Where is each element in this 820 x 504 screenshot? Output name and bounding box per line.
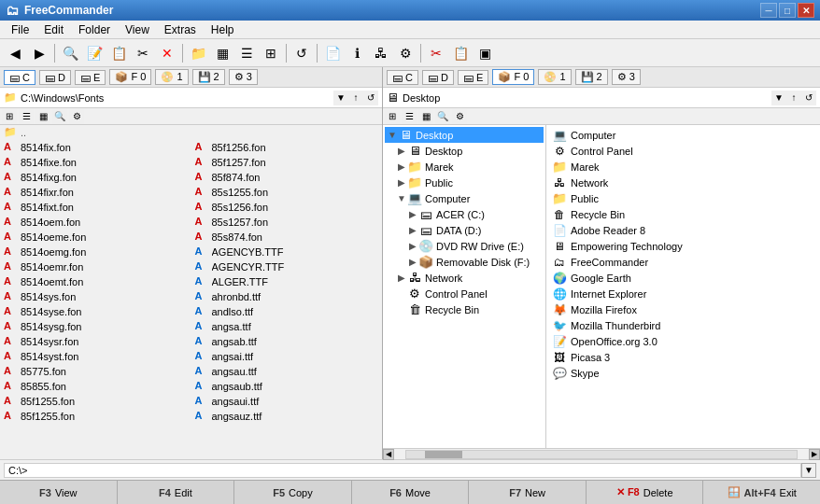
view2-button[interactable]: ☰ (235, 42, 258, 64)
right-path-input[interactable] (403, 92, 771, 104)
f4-button[interactable]: F4 Edit (118, 481, 235, 505)
list-item[interactable]: A 85s1255.fon (191, 185, 383, 200)
right-tb5[interactable]: ⚙ (452, 109, 467, 124)
left-drive-c[interactable]: 🖴 C (4, 70, 35, 85)
delete-button[interactable]: ✕ (156, 42, 178, 64)
back-button[interactable]: ◀ (4, 42, 26, 64)
right-list-item-thunderbird[interactable]: 🐦 Mozilla Thunderbird (548, 317, 818, 333)
left-drive-1[interactable]: 📀 1 (155, 69, 188, 85)
list-item[interactable]: A 8514fixr.fon (0, 185, 191, 200)
right-path-btn3[interactable]: ↺ (801, 91, 816, 105)
right-list-item-marek[interactable]: 📁 Marek (548, 159, 818, 175)
right-list-item-picasa[interactable]: 🖼 Picasa 3 (548, 349, 818, 365)
right-files[interactable]: 💻 Computer ⚙ Control Panel 📁 Marek 🖧 Net… (546, 125, 820, 448)
list-item[interactable]: A 8514oemr.fon (0, 259, 191, 274)
list-item[interactable]: A 8514sysg.fon (0, 319, 191, 334)
menu-edit[interactable]: Edit (36, 21, 71, 38)
right-list-item-empowering[interactable]: 🖥 Empowering Technology (548, 238, 818, 254)
right-list-item-public[interactable]: 📁 Public (548, 190, 818, 206)
right-drive-c[interactable]: 🖴 C (387, 70, 418, 85)
left-path-btn1[interactable]: ▼ (333, 91, 348, 105)
tree-item-acer[interactable]: ▶ 🖴 ACER (C:) (385, 206, 544, 222)
left-tb1[interactable]: ⊞ (2, 109, 17, 124)
menu-folder[interactable]: Folder (71, 21, 118, 38)
tree-item-data[interactable]: ▶ 🖴 DATA (D:) (385, 222, 544, 238)
list-item[interactable]: A 8514syst.fon (0, 349, 191, 364)
list-item[interactable]: A 85s1256.fon (191, 200, 383, 215)
list-item[interactable]: A 8514fixt.fon (0, 200, 191, 215)
list-item[interactable]: A angsauz.ttf (191, 409, 383, 424)
tree-item-network[interactable]: ▶ 🖧 Network (385, 270, 544, 286)
close-button[interactable]: ✕ (798, 3, 814, 18)
right-list-item-network[interactable]: 🖧 Network (548, 175, 818, 190)
list-item[interactable]: A 8514syse.fon (0, 304, 191, 319)
f6-button[interactable]: F6 Move (352, 481, 470, 505)
tree-item-desktop2[interactable]: ▶ 🖥 Desktop (385, 143, 544, 159)
left-tb5[interactable]: ⚙ (69, 109, 84, 124)
cut-button[interactable]: ✂ (425, 42, 447, 64)
right-list-item-googleearth[interactable]: 🌍 Google Earth (548, 270, 818, 286)
left-drive-2[interactable]: 💾 2 (192, 69, 225, 85)
edit-button[interactable]: 📝 (83, 42, 106, 64)
list-item[interactable]: A 8514fix.fon (0, 140, 191, 155)
list-item[interactable]: A 8514sys.fon (0, 289, 191, 304)
menu-help[interactable]: Help (204, 21, 242, 38)
tree-item-recycle[interactable]: 🗑 Recycle Bin (385, 301, 544, 317)
view1-button[interactable]: ▦ (211, 42, 233, 64)
list-item[interactable]: A angsaub.ttf (191, 379, 383, 394)
right-list-item-oo[interactable]: 📝 OpenOffice.org 3.0 (548, 333, 818, 349)
left-path-btn3[interactable]: ↺ (363, 91, 378, 105)
left-up-item[interactable]: 📁 .. (0, 125, 382, 140)
hscroll-left[interactable]: ◀ (383, 449, 394, 460)
forward-button[interactable]: ▶ (28, 42, 50, 64)
left-drive-d[interactable]: 🖴 D (39, 70, 71, 85)
left-drive-3[interactable]: ⚙ 3 (229, 69, 258, 85)
list-item[interactable]: A AGENCYR.TTF (191, 259, 383, 274)
f5-button[interactable]: F5 Copy (234, 481, 352, 505)
list-item[interactable]: A angsai.ttf (191, 349, 383, 364)
list-item[interactable]: A angsab.ttf (191, 334, 383, 349)
tree-item-desktop[interactable]: ▼ 🖥 Desktop (385, 127, 544, 143)
right-path-btn2[interactable]: ↑ (786, 91, 801, 105)
menu-file[interactable]: File (4, 21, 36, 38)
copy2-button[interactable]: 📄 (321, 42, 344, 64)
view3-button[interactable]: ⊞ (260, 42, 282, 64)
right-drive-d[interactable]: 🖴 D (422, 70, 454, 85)
list-item[interactable]: A 85s874.fon (191, 230, 383, 245)
right-list-item-computer[interactable]: 💻 Computer (548, 127, 818, 143)
right-list-item-firefox[interactable]: 🦊 Mozilla Firefox (548, 301, 818, 317)
right-list-item-recycle[interactable]: 🗑 Recycle Bin (548, 206, 818, 222)
search-button[interactable]: 🔍 (59, 42, 81, 64)
left-path-input[interactable] (21, 92, 333, 104)
left-path-btn2[interactable]: ↑ (348, 91, 363, 105)
settings-button[interactable]: ⚙ (394, 42, 417, 64)
refresh-button[interactable]: ↺ (290, 42, 313, 64)
paste-button[interactable]: 📋 (449, 42, 472, 64)
right-tb3[interactable]: ▦ (418, 109, 433, 124)
tree-item-removable[interactable]: ▶ 📦 Removable Disk (F:) (385, 254, 544, 270)
list-item[interactable]: A 8514sysr.fon (0, 334, 191, 349)
left-tb3[interactable]: ▦ (35, 109, 50, 124)
list-item[interactable]: A 85f1255.fon (0, 409, 191, 424)
right-drive-3[interactable]: ⚙ 3 (612, 69, 641, 85)
right-list-item-skype[interactable]: 💬 Skype (548, 365, 818, 381)
right-drive-2[interactable]: 💾 2 (575, 69, 608, 85)
f7-button[interactable]: F7 New (469, 481, 587, 505)
list-item[interactable]: A 8514oeme.fon (0, 230, 191, 245)
list-item[interactable]: A andlso.ttf (191, 304, 383, 319)
list-item[interactable]: A 85775.fon (0, 364, 191, 379)
maximize-button[interactable]: □ (779, 3, 796, 18)
list-item[interactable]: A 85f1257.fon (191, 155, 383, 170)
right-drive-1[interactable]: 📀 1 (538, 69, 571, 85)
right-tb1[interactable]: ⊞ (385, 109, 400, 124)
right-path-btn1[interactable]: ▼ (771, 91, 786, 105)
left-drive-f[interactable]: 📦 F 0 (109, 69, 151, 85)
tree-item-public[interactable]: ▶ 📁 Public (385, 175, 544, 190)
list-item[interactable]: A 85f874.fon (191, 170, 383, 185)
right-tree[interactable]: ▼ 🖥 Desktop ▶ 🖥 Desktop ▶ 📁 Marek (383, 125, 546, 448)
f3-button[interactable]: F3 View (0, 481, 118, 505)
menu-extras[interactable]: Extras (157, 21, 204, 38)
right-list-item-freecommander[interactable]: 🗂 FreeCommander (548, 254, 818, 270)
more-button[interactable]: ▣ (474, 42, 496, 64)
list-item[interactable]: A ALGER.TTF (191, 274, 383, 289)
